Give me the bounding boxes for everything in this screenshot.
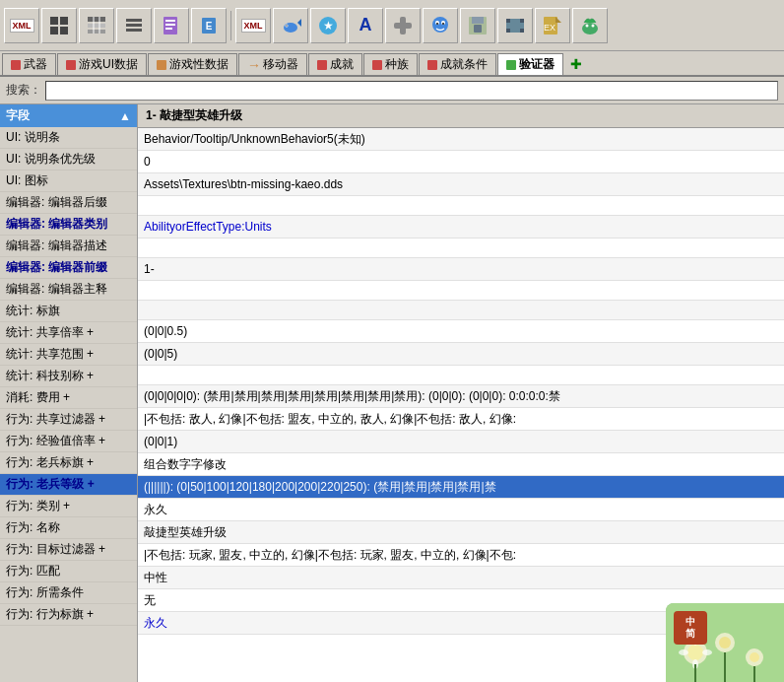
tab-dot-achievement [317,60,327,70]
font-a-btn[interactable]: A [348,8,383,43]
svg-rect-37 [506,29,510,33]
field-editor-suffix[interactable]: 编辑器: 编辑器后缀 [0,192,137,214]
tab-species[interactable]: 种族 [363,53,418,75]
tab-dot-gameplay-data [157,60,166,70]
data-row-1[interactable]: 0 [138,151,784,173]
export2-btn[interactable]: EX [535,8,570,43]
data-row-18[interactable]: 敲捷型英雄升级 [138,521,784,544]
table-btn[interactable] [79,8,114,43]
svg-point-52 [679,649,688,655]
fish-btn[interactable] [273,8,308,43]
data-row-5[interactable] [138,239,784,258]
tab-validator[interactable]: 验证器 [497,53,563,75]
svg-point-21 [286,25,287,26]
main-content: 字段 ▲ UI: 说明条 UI: 说明条优先级 UI: 图标 编辑器: 编辑器后… [0,104,784,682]
data-row-6[interactable]: 1- [138,258,784,281]
tab-label-achievement: 成就 [330,56,354,73]
data-row-3[interactable] [138,196,784,216]
data-row-12[interactable]: (0|0|0|0|0): (禁用|禁用|禁用|禁用|禁用|禁用|禁用|禁用): … [138,385,784,408]
data-value-5 [138,239,150,257]
tab-label-validator: 验证器 [519,56,555,73]
grid-btn[interactable] [41,8,77,43]
search-label: 搜索： [6,82,41,99]
right-panel-title: 1- 敲捷型英雄升级 [146,108,242,122]
field-behavior-target-filter[interactable]: 行为: 目标过滤器 + [0,539,137,561]
star-btn[interactable]: ★ [310,8,346,43]
field-behavior-requirement[interactable]: 行为: 所需条件 [0,582,137,604]
field-behavior-veteran-flag[interactable]: 行为: 老兵标旗 + [0,452,137,474]
tool1-btn[interactable] [385,8,421,43]
book-btn[interactable] [154,8,189,43]
svg-point-42 [582,23,598,34]
field-behavior-exp-rate[interactable]: 行为: 经验值倍率 + [0,431,137,452]
export-btn[interactable]: E [191,8,227,43]
field-ui-tooltip-priority[interactable]: UI: 说明条优先级 [0,149,137,170]
svg-point-29 [436,23,438,25]
xml-btn[interactable]: XML [4,8,39,43]
field-behavior-share-filter[interactable]: 行为: 共享过滤器 + [0,409,137,431]
field-stat-share-rate[interactable]: 统计: 共享倍率 + [0,322,137,344]
tab-dot-species [372,60,382,70]
tab-add-btn[interactable]: ✚ [564,54,588,74]
data-row-20[interactable]: 中性 [138,567,784,589]
svg-rect-38 [520,29,524,33]
data-row-2[interactable]: Assets\Textures\btn-missing-kaeo.dds [138,173,784,196]
data-value-14: (0|0|1) [138,431,183,452]
data-value-2: Assets\Textures\btn-missing-kaeo.dds [138,173,349,195]
corner-decoration: 中 简 [666,603,784,682]
data-row-11[interactable] [138,366,784,385]
field-stat-tech-alias[interactable]: 统计: 科技别称 + [0,366,137,387]
field-cost-fee[interactable]: 消耗: 费用 + [0,387,137,409]
monster-btn[interactable] [423,8,458,43]
data-value-3 [138,196,150,215]
corner-badge-text: 中 [686,616,695,628]
data-row-15[interactable]: 组合数字字修改 [138,453,784,476]
data-value-11 [138,366,150,384]
svg-rect-11 [126,29,142,32]
tab-mover[interactable]: → 移动器 [238,53,307,75]
field-behavior-category[interactable]: 行为: 类别 + [0,496,137,517]
field-behavior-flag[interactable]: 行为: 行为标旗 + [0,604,137,626]
tab-weapons[interactable]: 武器 [2,53,56,75]
field-behavior-veteran-level[interactable]: 行为: 老兵等级 + [0,474,137,496]
data-row-9[interactable]: (0|0|0.5) [138,320,784,343]
film-btn[interactable] [497,8,533,43]
dragon-btn[interactable] [572,8,608,43]
data-row-14[interactable]: (0|0|1) [138,431,784,453]
data-row-8[interactable] [138,301,784,320]
field-stat-share-range[interactable]: 统计: 共享范围 + [0,344,137,366]
data-row-4[interactable]: AbilityorEffectType:Units [138,216,784,239]
search-input[interactable] [45,81,778,101]
field-ui-icon[interactable]: UI: 图标 [0,170,137,192]
field-ui-tooltip[interactable]: UI: 说明条 [0,127,137,149]
data-row-10[interactable]: (0|0|5) [138,343,784,366]
field-behavior-name[interactable]: 行为: 名称 [0,517,137,539]
tab-game-data[interactable]: 游戏UI数据 [57,53,147,75]
field-stat-flag[interactable]: 统计: 标旗 [0,301,137,322]
svg-rect-10 [126,24,142,27]
data-row-0[interactable]: Behavior/Tooltip/UnknownBehavior5(未知) [138,128,784,151]
field-editor-category[interactable]: 编辑器: 编辑器类别 [0,214,137,236]
field-editor-desc[interactable]: 编辑器: 编辑器描述 [0,236,137,257]
tab-label-game-data: 游戏UI数据 [79,56,138,73]
data-row-16[interactable]: (||||||): (0|50|100|120|180|200|200|220|… [138,476,784,499]
left-panel: 字段 ▲ UI: 说明条 UI: 说明条优先级 UI: 图标 编辑器: 编辑器后… [0,104,138,682]
data-row-19[interactable]: |不包括: 玩家, 盟友, 中立的, 幻像|不包括: 玩家, 盟友, 中立的, … [138,544,784,567]
save-btn[interactable] [460,8,495,43]
data-value-8 [138,301,150,319]
field-behavior-match[interactable]: 行为: 匹配 [0,561,137,582]
data-row-7[interactable] [138,281,784,301]
tab-achievement-condition[interactable]: 成就条件 [419,53,496,75]
svg-rect-13 [165,20,175,22]
field-editor-comment[interactable]: 编辑器: 编辑器主释 [0,279,137,301]
tab-gameplay-data[interactable]: 游戏性数据 [148,53,237,75]
field-editor-prefix[interactable]: 编辑器: 编辑器前缀 [0,257,137,279]
data-row-17[interactable]: 永久 [138,499,784,521]
xml2-btn[interactable]: XML [235,8,271,43]
data-row-13[interactable]: |不包括: 敌人, 幻像|不包括: 盟友, 中立的, 敌人, 幻像|不包括: 敌… [138,408,784,431]
svg-rect-15 [165,28,172,30]
tab-achievement[interactable]: 成就 [308,53,362,75]
data-value-7 [138,281,150,300]
list-btn[interactable] [116,8,152,43]
tab-label-gameplay-data: 游戏性数据 [169,56,229,73]
